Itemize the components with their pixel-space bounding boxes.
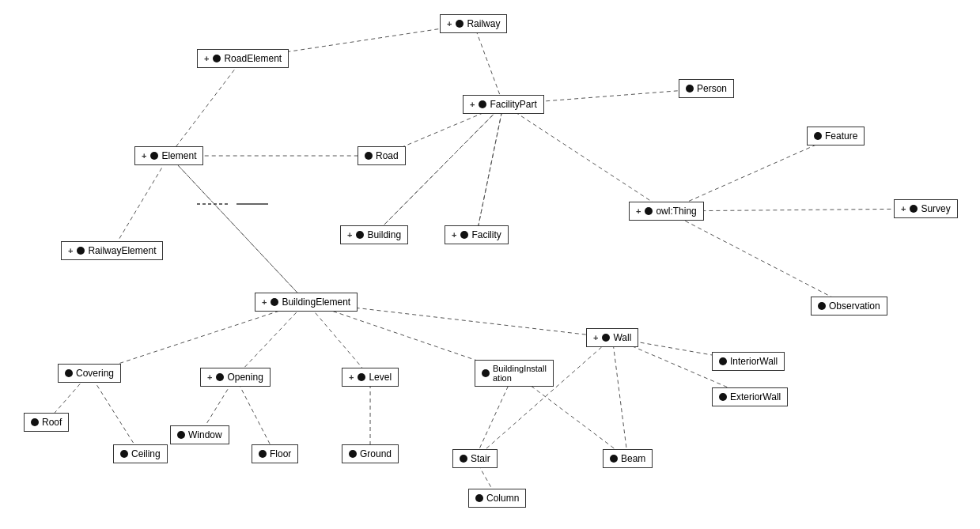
node-dot <box>482 369 490 377</box>
node-roof[interactable]: Roof <box>24 413 69 432</box>
node-dot <box>349 450 357 458</box>
node-dot <box>719 393 727 401</box>
node-label: InteriorWall <box>730 356 778 367</box>
node-dot <box>216 373 224 381</box>
svg-line-7 <box>666 136 835 211</box>
node-dot <box>910 205 918 213</box>
svg-line-27 <box>89 373 140 454</box>
node-wall[interactable]: +Wall <box>586 328 638 347</box>
node-dot <box>358 373 365 381</box>
node-road[interactable]: Road <box>358 146 406 165</box>
node-covering[interactable]: Covering <box>58 364 121 383</box>
node-label: Element <box>161 150 196 161</box>
node-label: Column <box>486 493 519 504</box>
node-label: Ceiling <box>131 448 161 459</box>
node-opening[interactable]: +Opening <box>200 368 271 387</box>
node-label: Stair <box>471 453 490 464</box>
node-label: Railway <box>467 18 500 29</box>
svg-line-2 <box>169 59 243 156</box>
node-dot <box>365 152 373 160</box>
node-label: Floor <box>270 448 291 459</box>
svg-line-5 <box>476 104 503 235</box>
svg-line-25 <box>475 338 612 459</box>
node-dot <box>475 494 483 502</box>
node-person[interactable]: Person <box>679 79 734 98</box>
svg-line-24 <box>612 338 628 459</box>
node-stair[interactable]: Stair <box>452 449 498 468</box>
node-label: Window <box>188 429 222 440</box>
node-facility[interactable]: +Facility <box>445 225 509 244</box>
svg-line-19 <box>235 302 306 377</box>
node-label: Survey <box>921 203 950 214</box>
node-element[interactable]: +Element <box>134 146 203 165</box>
svg-line-18 <box>89 302 306 373</box>
ontology-diagram: +Railway+RoadElementPerson+FacilityPartF… <box>0 0 980 529</box>
node-railwayelement[interactable]: +RailwayElement <box>61 241 163 260</box>
node-level[interactable]: +Level <box>342 368 399 387</box>
node-dot <box>719 357 727 365</box>
node-railway[interactable]: +Railway <box>440 14 507 33</box>
svg-line-0 <box>474 24 504 104</box>
node-owlthing[interactable]: +owl:Thing <box>629 202 704 221</box>
node-feature[interactable]: Feature <box>807 127 865 145</box>
node-roadelement[interactable]: +RoadElement <box>197 49 289 68</box>
node-dot <box>65 369 73 377</box>
node-beam[interactable]: Beam <box>603 449 653 468</box>
svg-line-12 <box>666 209 925 211</box>
node-label: Wall <box>613 332 631 343</box>
node-building[interactable]: +Building <box>340 225 408 244</box>
node-dot <box>120 450 128 458</box>
svg-line-3 <box>503 104 666 211</box>
node-dot <box>645 207 653 215</box>
node-ground[interactable]: Ground <box>342 444 399 463</box>
node-buildinginstallation[interactable]: BuildingInstall ation <box>475 360 554 387</box>
node-dot <box>77 247 85 255</box>
node-observation[interactable]: Observation <box>811 297 887 316</box>
node-dot <box>31 418 39 426</box>
svg-line-14 <box>374 104 503 235</box>
node-label: FacilityPart <box>490 99 536 110</box>
node-label: Road <box>376 150 399 161</box>
node-label: ExteriorWall <box>730 391 781 402</box>
node-ceiling[interactable]: Ceiling <box>113 444 168 463</box>
node-dot <box>259 450 267 458</box>
node-interiorwall[interactable]: InteriorWall <box>712 352 785 371</box>
legend-svg <box>197 196 292 212</box>
node-label: Facility <box>471 229 501 240</box>
node-facilitypart[interactable]: +FacilityPart <box>463 95 544 114</box>
svg-line-9 <box>112 156 169 251</box>
node-dot <box>479 100 486 108</box>
node-window[interactable]: Window <box>170 425 229 444</box>
node-dot <box>610 455 618 463</box>
node-dot <box>213 55 221 62</box>
node-label: Covering <box>76 368 114 379</box>
node-label: BuildingElement <box>282 297 350 308</box>
node-buildingelement[interactable]: +BuildingElement <box>255 293 358 312</box>
node-label: owl:Thing <box>656 206 696 217</box>
node-dot <box>271 298 278 306</box>
svg-line-13 <box>666 211 849 306</box>
node-dot <box>150 152 158 160</box>
node-dot <box>456 20 464 28</box>
node-label: Building <box>367 229 401 240</box>
node-floor[interactable]: Floor <box>252 444 298 463</box>
node-label: Observation <box>829 300 880 312</box>
node-survey[interactable]: +Survey <box>894 199 958 218</box>
node-column[interactable]: Column <box>468 489 526 508</box>
node-label: Opening <box>227 372 263 383</box>
node-dot <box>686 85 694 93</box>
node-label: Ground <box>360 448 392 459</box>
node-exteriorwall[interactable]: ExteriorWall <box>712 387 788 406</box>
legend <box>197 196 292 212</box>
node-label: Feature <box>825 130 857 142</box>
node-label: Level <box>369 372 392 383</box>
svg-line-4 <box>374 104 503 235</box>
node-label: Beam <box>621 453 645 464</box>
node-dot <box>814 132 822 140</box>
node-dot <box>460 231 468 239</box>
svg-line-15 <box>476 104 503 235</box>
node-label: Person <box>697 83 727 94</box>
node-dot <box>460 455 467 463</box>
node-label: Roof <box>42 417 62 428</box>
node-label: RailwayElement <box>88 245 156 256</box>
